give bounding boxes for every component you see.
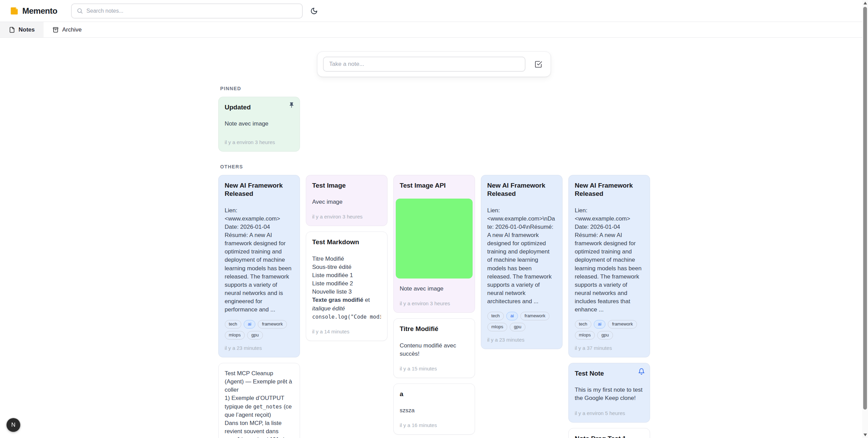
note-body-line: szsza — [400, 406, 468, 415]
pinned-column: UpdatedNote avec imageil y a environ 3 h… — [218, 97, 300, 152]
vertical-scrollbar[interactable] — [862, 0, 868, 438]
note-card[interactable]: UpdatedNote avec imageil y a environ 3 h… — [218, 97, 300, 152]
note-timestamp: il y a environ 3 heures — [225, 139, 293, 145]
theme-toggle-button[interactable] — [310, 7, 318, 15]
moon-icon — [310, 7, 318, 15]
note-title-row: Note Drag Test 1 — [575, 435, 644, 438]
scrollbar-thumb[interactable] — [863, 7, 867, 410]
note-body-line: Texte gras modifié et italique édité — [312, 296, 381, 312]
note-card[interactable]: Test ImageAvec imageil y a environ 3 heu… — [306, 175, 387, 226]
scrollbar-up-arrow-icon[interactable] — [864, 2, 867, 4]
note-card[interactable]: Test Image APINote avec imageil y a envi… — [393, 175, 475, 313]
note-body-line: 1) Exemple d’OUTPUT typique de get_notes… — [225, 394, 293, 419]
tag-chip[interactable]: tech — [225, 320, 242, 329]
tab-notes[interactable]: Notes — [0, 22, 44, 37]
note-card[interactable]: Test MarkdownTitre ModifiéSous-titre édi… — [306, 232, 387, 341]
note-body: This is my first note to test the Google… — [575, 386, 644, 402]
note-body-line: Avec image — [312, 198, 381, 206]
note-composer — [317, 51, 551, 77]
note-title: Updated — [225, 103, 251, 111]
file-icon — [9, 27, 15, 33]
notes-column: Test Image APINote avec imageil y a envi… — [393, 175, 475, 435]
note-body: Titre ModifiéSous-titre éditéListe modif… — [312, 255, 381, 321]
tag-chip[interactable]: gpu — [510, 323, 525, 331]
tag-chip[interactable]: gpu — [597, 331, 613, 340]
others-section-label: OTHERS — [220, 164, 648, 169]
note-title-row: Test Image — [312, 181, 381, 190]
note-timestamp: il y a environ 5 heures — [575, 410, 644, 416]
pinned-notes-grid: UpdatedNote avec imageil y a environ 3 h… — [218, 97, 650, 152]
note-title-row: New AI Framework Released — [225, 181, 293, 198]
tag-chip[interactable]: ai — [244, 320, 255, 329]
bell-icon[interactable] — [638, 368, 645, 376]
tag-chip[interactable]: framework — [608, 320, 637, 329]
new-checklist-button[interactable] — [534, 60, 542, 68]
note-body-line: Lien: <www.example.com> — [575, 206, 644, 223]
note-body: Test MCP Cleanup (Agent) — Exemple prêt … — [225, 369, 293, 438]
note-body: szsza — [400, 406, 468, 415]
note-timestamp: il y a 15 minutes — [400, 366, 468, 371]
note-body-line: Lien: <www.example.com>\nDate: 2026-01-0… — [487, 206, 556, 306]
scrollbar-down-arrow-icon[interactable] — [864, 434, 867, 436]
note-body-line: Liste modifiée 2 — [312, 280, 381, 288]
notes-column: New AI Framework ReleasedLien: <www.exam… — [481, 175, 563, 349]
app-logo: Memento — [10, 6, 57, 16]
tag-chip[interactable]: framework — [520, 312, 549, 320]
tag-chip[interactable]: framework — [258, 320, 287, 329]
note-title: New AI Framework Released — [487, 181, 556, 198]
note-body-line: Nouvelle liste 3 — [312, 288, 381, 296]
note-card[interactable]: New AI Framework ReleasedLien: <www.exam… — [481, 175, 563, 349]
note-title: a — [400, 390, 404, 398]
note-card[interactable]: New AI Framework ReleasedLien: <www.exam… — [568, 175, 650, 357]
tab-archive[interactable]: Archive — [44, 22, 91, 37]
note-body: Note avec image — [225, 120, 293, 128]
tag-chip[interactable]: tech — [487, 312, 504, 320]
note-body: Lien: <www.example.com>Date: 2026-01-04R… — [225, 206, 293, 314]
tag-chip[interactable]: gpu — [247, 331, 263, 340]
note-image — [396, 199, 473, 279]
tag-chip[interactable]: ai — [594, 320, 605, 329]
note-title: Note Drag Test 1 — [575, 435, 626, 438]
note-body: Contenu modifié avec succès! — [400, 342, 468, 358]
note-title: New AI Framework Released — [225, 181, 293, 198]
note-body-line: Date: 2026-01-04 — [575, 223, 644, 231]
note-body-line: console.log("Code modifié avec — [312, 313, 381, 321]
note-logo-icon — [10, 6, 19, 15]
note-timestamp: il y a environ 3 heures — [312, 214, 381, 220]
search-input[interactable] — [86, 8, 297, 14]
pinned-section-label: PINNED — [220, 86, 648, 91]
note-body-line: This is my first note to test the Google… — [575, 386, 644, 402]
note-body-line: Contenu modifié avec succès! — [400, 342, 468, 358]
search-icon — [77, 8, 83, 14]
pin-icon[interactable] — [288, 102, 295, 110]
note-title: Test Note — [575, 369, 604, 378]
main-content: PINNED UpdatedNote avec imageil y a envi… — [218, 51, 650, 438]
note-body: Lien: <www.example.com>\nDate: 2026-01-0… — [487, 206, 556, 306]
notes-column: New AI Framework ReleasedLien: <www.exam… — [218, 175, 300, 438]
nextjs-dev-badge[interactable]: N — [7, 418, 20, 432]
note-title-row: New AI Framework Released — [487, 181, 556, 198]
tag-chip[interactable]: tech — [575, 320, 592, 329]
note-timestamp: il y a environ 3 heures — [400, 300, 468, 306]
notes-column: New AI Framework ReleasedLien: <www.exam… — [568, 175, 650, 438]
tag-chip[interactable]: mlops — [575, 331, 595, 340]
note-timestamp: il y a 37 minutes — [575, 345, 644, 351]
tag-chip[interactable]: mlops — [225, 331, 245, 340]
note-body-line: Note avec image — [400, 285, 468, 293]
note-card[interactable]: Titre ModifiéContenu modifié avec succès… — [393, 318, 475, 378]
note-card[interactable]: Test MCP Cleanup (Agent) — Exemple prêt … — [218, 363, 300, 438]
note-title-row: a — [400, 390, 468, 398]
note-body-line: Date: 2026-01-04 — [225, 223, 293, 231]
tag-chip[interactable]: mlops — [487, 323, 508, 331]
note-body-line: Test MCP Cleanup (Agent) — Exemple prêt … — [225, 369, 293, 394]
tag-chip[interactable]: ai — [506, 312, 518, 320]
note-card[interactable]: New AI Framework ReleasedLien: <www.exam… — [218, 175, 300, 357]
note-body-line: Dans ton MCP, la liste revient souvent d… — [225, 419, 293, 438]
app-title: Memento — [22, 6, 57, 16]
note-title-row: Updated — [225, 103, 293, 111]
note-card[interactable]: Note Drag Test 1Content for drag testil … — [568, 428, 650, 438]
take-a-note-input[interactable] — [323, 57, 525, 72]
note-card[interactable]: aszszail y a 16 minutes — [393, 383, 475, 435]
note-body: Lien: <www.example.com>Date: 2026-01-04R… — [575, 206, 644, 314]
note-card[interactable]: Test NoteThis is my first note to test t… — [568, 363, 650, 423]
